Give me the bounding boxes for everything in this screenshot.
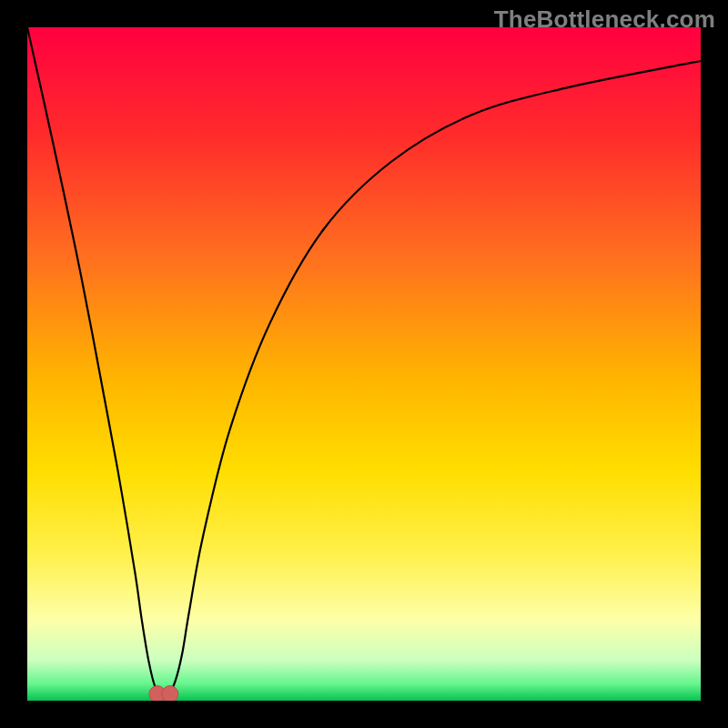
chart-svg	[27, 27, 701, 701]
chart-frame: TheBottleneck.com	[0, 0, 728, 728]
background-gradient	[27, 27, 701, 701]
plot-area	[27, 27, 701, 701]
watermark-text: TheBottleneck.com	[494, 5, 715, 34]
curve-marker	[162, 686, 178, 701]
